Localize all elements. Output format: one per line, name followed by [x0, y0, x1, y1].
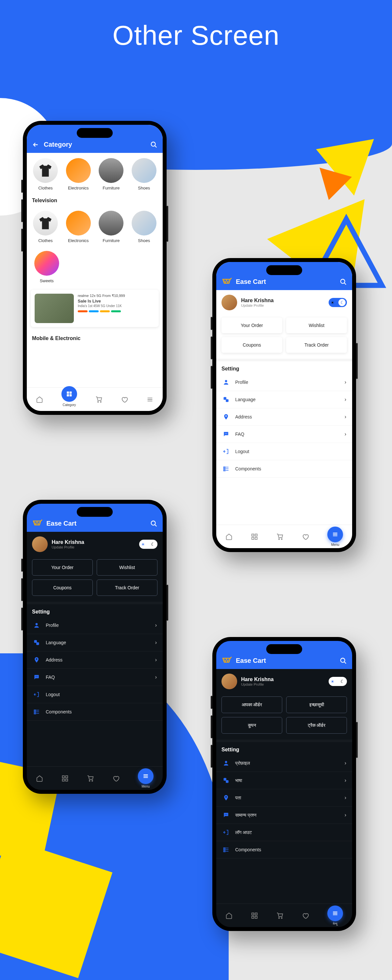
category-thumb: [99, 158, 123, 183]
nav-category[interactable]: [251, 533, 258, 540]
avatar[interactable]: [32, 536, 48, 552]
nav-wishlist[interactable]: [302, 912, 309, 919]
setting-components[interactable]: Components: [27, 703, 163, 721]
nav-home[interactable]: [225, 912, 233, 919]
action-track-order[interactable]: Track Order: [286, 337, 347, 353]
setting-logout[interactable]: Logout: [27, 686, 163, 703]
action-wishlist[interactable]: Wishlist: [286, 318, 347, 333]
category-item-shoes[interactable]: Shoes: [129, 211, 159, 243]
back-icon[interactable]: [32, 141, 39, 148]
theme-toggle[interactable]: ☀ ☾: [328, 677, 347, 686]
svg-point-47: [225, 815, 226, 815]
avatar[interactable]: [221, 674, 237, 689]
category-item-clothes[interactable]: Clothes: [31, 158, 61, 191]
avatar[interactable]: [221, 295, 237, 310]
search-icon[interactable]: [150, 141, 158, 148]
app-name: Ease Cart: [46, 520, 150, 527]
profile-update-link[interactable]: Update Profile: [241, 682, 325, 686]
nav-menu-fab[interactable]: Menu: [138, 768, 153, 788]
search-icon[interactable]: [340, 278, 347, 285]
theme-toggle[interactable]: ☀ ☾: [328, 298, 347, 307]
app-header: Ease Cart: [216, 262, 352, 290]
setting-language[interactable]: Language›: [27, 634, 163, 651]
category-label: Furniture: [103, 186, 120, 191]
svg-rect-2: [67, 392, 69, 394]
setting-profile[interactable]: Profile›: [27, 617, 163, 634]
nav-cart[interactable]: [87, 775, 94, 782]
location-icon: [222, 413, 230, 421]
setting-language[interactable]: Language›: [216, 391, 352, 408]
category-item-clothes[interactable]: Clothes: [31, 211, 61, 243]
action-wishlist[interactable]: Wishlist: [97, 559, 158, 576]
setting-components[interactable]: Components: [216, 841, 352, 859]
grid-icon: [61, 775, 69, 782]
setting-label: Components: [235, 466, 346, 471]
setting-label: Address: [46, 657, 150, 662]
banner-line3: India's 1st 45W 5G Under 11K: [78, 304, 155, 308]
setting-faq[interactable]: FAQ›: [27, 669, 163, 686]
action-wishlist[interactable]: इच्छासूची: [286, 697, 347, 713]
profile-update-link[interactable]: Update Profile: [241, 304, 325, 307]
setting-faq[interactable]: सामान्य प्रश्न›: [216, 807, 352, 824]
search-icon[interactable]: [150, 520, 158, 527]
nav-home[interactable]: [36, 396, 43, 403]
nav-home[interactable]: [225, 533, 233, 540]
nav-category[interactable]: [61, 386, 77, 402]
setting-address[interactable]: Address›: [216, 408, 352, 426]
svg-point-49: [227, 815, 227, 815]
setting-language[interactable]: भाषा›: [216, 772, 352, 789]
svg-rect-20: [255, 534, 257, 536]
action-track-order[interactable]: Track Order: [97, 579, 158, 596]
promo-banner[interactable]: realme 12x 5G From ₹10,999 Sale Is Live …: [31, 290, 159, 327]
setting-title: Setting: [216, 742, 352, 755]
action-your-order[interactable]: आपका ऑर्डर: [221, 697, 282, 713]
cart-icon: [96, 396, 103, 403]
category-item-sweets[interactable]: Sweets: [31, 251, 63, 283]
setting-components[interactable]: Components: [216, 460, 352, 477]
app-logo-icon: [221, 656, 233, 665]
svg-rect-22: [255, 537, 257, 539]
action-your-order[interactable]: Your Order: [32, 559, 93, 576]
category-item-electronics[interactable]: Electronics: [64, 158, 93, 191]
setting-address[interactable]: Address›: [27, 651, 163, 669]
nav-menu-fab[interactable]: मेन्यू: [327, 905, 343, 926]
nav-category[interactable]: [61, 775, 69, 782]
action-coupons[interactable]: कूपन: [221, 717, 282, 734]
profile-update-link[interactable]: Update Profile: [52, 545, 135, 549]
setting-profile[interactable]: प्रोफ़ाइल›: [216, 755, 352, 772]
home-icon: [36, 396, 43, 403]
category-item-electronics[interactable]: Electronics: [64, 211, 93, 243]
nav-cart[interactable]: [96, 396, 103, 403]
setting-logout[interactable]: Logout: [216, 443, 352, 460]
nav-wishlist[interactable]: [112, 775, 120, 782]
nav-cart[interactable]: [276, 912, 284, 919]
category-item-furniture[interactable]: Furniture: [96, 158, 126, 191]
banner-color-bars: [78, 310, 155, 312]
setting-faq[interactable]: FAQ›: [216, 426, 352, 443]
category-thumb: [99, 211, 123, 235]
search-icon[interactable]: [340, 657, 347, 665]
action-your-order[interactable]: Your Order: [221, 318, 282, 333]
nav-cart[interactable]: [276, 533, 284, 540]
theme-toggle[interactable]: ☀ ☾: [139, 540, 158, 549]
svg-rect-55: [252, 916, 254, 918]
action-coupons[interactable]: Coupons: [221, 337, 282, 353]
setting-label: भाषा: [235, 778, 339, 783]
nav-menu-fab[interactable]: Menu: [327, 527, 343, 547]
grid-icon: [66, 390, 73, 398]
nav-home[interactable]: [36, 775, 43, 782]
nav-wishlist[interactable]: [121, 396, 128, 403]
nav-category[interactable]: [251, 912, 258, 919]
setting-logout[interactable]: लॉग आउट: [216, 824, 352, 841]
action-track-order[interactable]: ट्रैक ऑर्डर: [286, 717, 347, 734]
app-header: Category: [27, 125, 163, 153]
bottom-nav: Menu: [27, 766, 163, 790]
category-item-shoes[interactable]: Shoes: [129, 158, 159, 191]
nav-wishlist[interactable]: [302, 533, 309, 540]
moon-icon: ☾: [340, 300, 345, 305]
action-coupons[interactable]: Coupons: [32, 579, 93, 596]
setting-profile[interactable]: Profile›: [216, 374, 352, 391]
nav-menu[interactable]: [147, 396, 153, 403]
setting-address[interactable]: पता›: [216, 789, 352, 807]
category-item-furniture[interactable]: Furniture: [96, 211, 126, 243]
